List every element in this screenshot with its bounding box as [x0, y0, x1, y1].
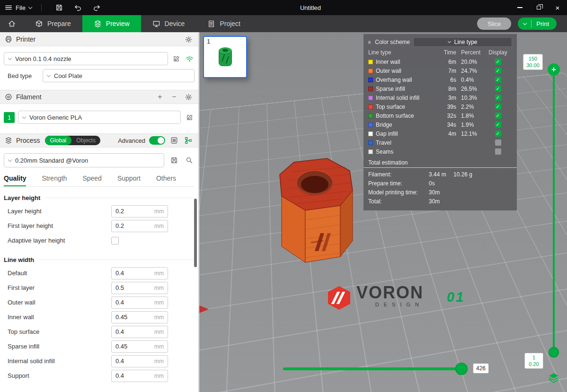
- tab-quality[interactable]: Quality: [4, 170, 26, 186]
- scope-objects-option[interactable]: Objects: [71, 137, 100, 144]
- tab-speed[interactable]: Speed: [82, 170, 101, 186]
- line-type-name: Overhang wall: [376, 77, 436, 83]
- display-checkbox[interactable]: [495, 148, 501, 155]
- layer-slider-top-handle[interactable]: +: [548, 63, 560, 76]
- setting-row: Support 0.4 mm: [0, 368, 198, 383]
- search-settings-button[interactable]: [184, 155, 195, 166]
- filament-slot-badge[interactable]: 1: [4, 112, 15, 123]
- display-checkbox[interactable]: [495, 113, 501, 119]
- display-checkbox[interactable]: [495, 104, 501, 110]
- filament-preset-select[interactable]: Voron Generic PLA: [18, 111, 181, 124]
- sidebar-settings-panel: Printer Voron 0.1 0.4 nozzle Bed type Co…: [0, 32, 199, 392]
- print-dropdown-chevron[interactable]: [518, 23, 531, 25]
- objects-tree-button[interactable]: [183, 135, 194, 146]
- line-width-inner-wall-input[interactable]: 0.45 mm: [111, 311, 168, 323]
- line-width-first-layer-input[interactable]: 0.5 mm: [111, 282, 168, 294]
- save-preset-button[interactable]: [169, 155, 179, 166]
- setting-label: First layer: [8, 284, 111, 291]
- setting-label: Inner wall: [8, 314, 111, 321]
- process-scope-toggle[interactable]: Global Objects: [45, 136, 100, 145]
- remove-filament-button[interactable]: −: [169, 92, 179, 102]
- hamburger-icon: [5, 4, 12, 11]
- display-checkbox[interactable]: [495, 77, 501, 83]
- line-width-section-title: Line width: [4, 255, 195, 264]
- line-type-name: Outer wall: [376, 68, 436, 74]
- line-width-internal-solid-input[interactable]: 0.4 mm: [111, 355, 168, 367]
- bed-type-label: Bed type: [4, 72, 43, 79]
- slice-button[interactable]: Slice: [477, 17, 511, 30]
- advanced-toggle[interactable]: [149, 136, 165, 145]
- display-checkbox[interactable]: [495, 59, 501, 65]
- scope-global-option[interactable]: Global: [45, 136, 72, 145]
- display-checkbox[interactable]: [495, 68, 501, 74]
- bed-type-select[interactable]: Cool Plate: [43, 69, 195, 82]
- filament-edit-button[interactable]: [184, 112, 195, 122]
- printer-edit-button[interactable]: [171, 53, 181, 64]
- layer-slider-bottom-handle[interactable]: [549, 347, 559, 357]
- line-type-percent: 26.5%: [456, 86, 484, 92]
- tab-home[interactable]: [0, 15, 24, 32]
- redo-button[interactable]: [89, 0, 105, 15]
- setting-label: First layer height: [8, 222, 111, 229]
- legend-row: Gap infill 4m 12.1%: [363, 129, 517, 138]
- tab-prepare[interactable]: Prepare: [24, 15, 82, 32]
- line-width-outer-wall-input[interactable]: 0.4 mm: [111, 296, 168, 309]
- tab-strength[interactable]: Strength: [42, 170, 67, 186]
- step-slider-track[interactable]: [283, 367, 468, 370]
- line-width-top-surface-input[interactable]: 0.4 mm: [111, 326, 168, 338]
- legend-row: Internal solid infill 3m 10.3%: [363, 93, 517, 102]
- layer-slider-track[interactable]: [553, 70, 555, 352]
- filament-settings-button[interactable]: [183, 92, 194, 102]
- setting-label: Support: [8, 372, 111, 379]
- plate-thumbnail[interactable]: 1: [203, 36, 247, 78]
- display-checkbox[interactable]: [495, 139, 501, 146]
- adaptive-layer-height-checkbox[interactable]: [111, 237, 119, 244]
- save-button[interactable]: [51, 0, 67, 15]
- tab-device[interactable]: Device: [141, 15, 196, 32]
- legend-row: Inner wall 6m 20.0%: [363, 57, 517, 66]
- line-type-name: Travel: [376, 139, 436, 146]
- tab-preview[interactable]: Preview: [82, 15, 141, 32]
- tab-project[interactable]: Project: [196, 15, 252, 32]
- minimize-button[interactable]: [510, 0, 529, 15]
- tab-others[interactable]: Others: [156, 170, 176, 186]
- line-type-percent: 1.8%: [456, 113, 484, 119]
- display-checkbox[interactable]: [495, 131, 501, 137]
- layer-height-input[interactable]: 0.2 mm: [111, 205, 168, 218]
- setting-label: Outer wall: [8, 299, 111, 306]
- setting-value: 0.2: [112, 208, 154, 215]
- line-width-default-input[interactable]: 0.4 mm: [111, 267, 168, 279]
- gear-icon: [185, 94, 192, 101]
- undo-button[interactable]: [70, 0, 86, 15]
- display-checkbox[interactable]: [495, 95, 501, 101]
- restore-button[interactable]: [529, 0, 548, 15]
- collapse-panel-icon[interactable]: «: [366, 40, 373, 44]
- display-checkbox[interactable]: [495, 122, 501, 128]
- tab-support[interactable]: Support: [117, 170, 141, 186]
- line-type-legend-panel: « Color scheme Line type Line type Time …: [363, 34, 517, 210]
- add-filament-button[interactable]: +: [155, 92, 165, 102]
- first-layer-height-input[interactable]: 0.2 mm: [111, 220, 168, 232]
- printer-connection-button[interactable]: [184, 53, 195, 64]
- parameter-list-button[interactable]: [169, 135, 179, 146]
- close-button[interactable]: ×: [548, 0, 567, 15]
- printer-settings-button[interactable]: [183, 34, 194, 44]
- setting-unit: mm: [154, 373, 168, 379]
- process-preset-select[interactable]: 0.20mm Standard @Voron: [4, 153, 164, 167]
- color-scheme-select[interactable]: Line type: [413, 37, 512, 47]
- minimize-icon: [517, 7, 523, 8]
- line-width-support-input[interactable]: 0.4 mm: [111, 370, 168, 382]
- setting-unit: mm: [154, 208, 168, 215]
- print-button[interactable]: Print: [518, 17, 557, 30]
- home-icon: [8, 19, 16, 28]
- step-slider-handle[interactable]: [455, 363, 468, 375]
- file-menu-button[interactable]: File: [5, 4, 32, 11]
- display-checkbox[interactable]: [495, 86, 501, 92]
- layers-view-button[interactable]: [548, 372, 560, 386]
- chevron-down-icon: [8, 158, 12, 162]
- line-width-sparse-infill-input[interactable]: 0.45 mm: [111, 340, 168, 353]
- printer-preset-select[interactable]: Voron 0.1 0.4 nozzle: [4, 52, 168, 65]
- preview-viewport[interactable]: 1 VORON DESIGN 01 « Color scheme: [199, 32, 567, 392]
- settings-scrollbar[interactable]: [194, 199, 197, 267]
- chevron-down-icon: [22, 115, 26, 119]
